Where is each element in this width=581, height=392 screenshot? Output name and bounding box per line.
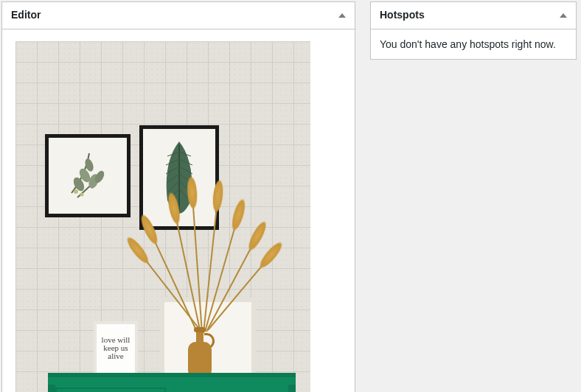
picture-frame-small: love will keep us alive — [94, 321, 138, 376]
small-frame-text: love will keep us alive — [102, 336, 131, 360]
svg-point-5 — [74, 189, 78, 194]
picture-frame-left — [45, 134, 131, 217]
editor-panel-header[interactable]: Editor — [2, 2, 355, 29]
hotspots-panel-body: You don't have any hotspots right now. — [371, 29, 576, 59]
editor-image[interactable]: love will keep us alive — [15, 41, 310, 392]
svg-point-6 — [80, 193, 84, 197]
collapse-up-icon — [338, 13, 346, 18]
hotspots-empty-message: You don't have any hotspots right now. — [380, 38, 567, 50]
banana-leaf-icon — [151, 137, 207, 218]
table-drawer — [55, 388, 166, 392]
eucalyptus-icon — [57, 144, 119, 206]
editor-panel: Editor — [1, 1, 355, 392]
collapse-up-icon — [560, 13, 567, 18]
hotspots-panel-header[interactable]: Hotspots — [371, 2, 576, 29]
editor-panel-body: love will keep us alive — [2, 29, 355, 392]
hotspots-panel: Hotspots You don't have any hotspots rig… — [370, 1, 577, 60]
editor-panel-title: Editor — [11, 8, 41, 23]
hotspots-panel-title: Hotspots — [380, 8, 425, 23]
